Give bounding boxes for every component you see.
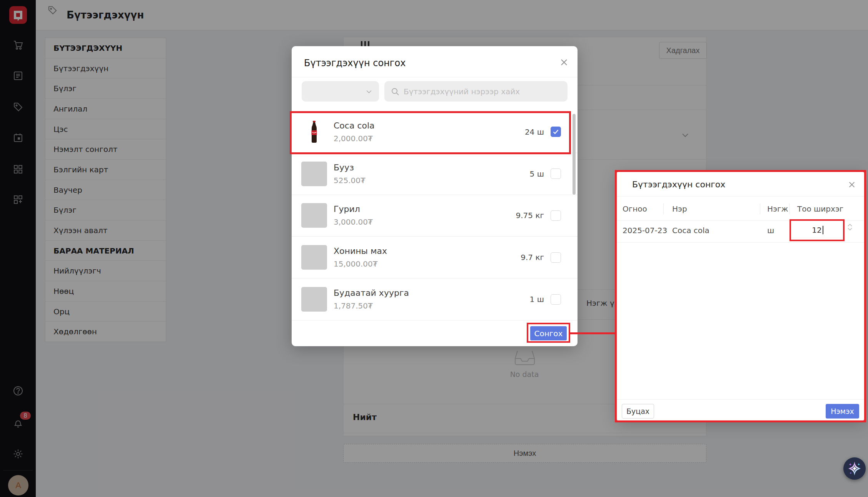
modal-footer: Сонгох	[292, 320, 578, 347]
product-image	[301, 245, 327, 270]
cell-unit: ш	[767, 226, 774, 235]
number-stepper[interactable]	[848, 223, 852, 231]
product-list: Coca cola 2,000.00₮ 24 ш Бууз 525.00₮ 5 …	[292, 111, 578, 320]
product-qty: 5 ш	[530, 169, 544, 178]
category-dropdown[interactable]	[302, 81, 379, 102]
product-name: Бууз	[334, 163, 366, 172]
modal-title: Бүтээгдэхүүн сонгох	[304, 58, 406, 68]
quantity-input[interactable]: 12	[793, 222, 843, 238]
product-text: Coca cola 2,000.00₮	[334, 121, 375, 143]
close-icon[interactable]	[848, 180, 858, 190]
product-text: Хонины мах 15,000.00₮	[334, 246, 387, 269]
column-header-date: Огноо	[623, 204, 647, 213]
app-root: 8 A Бүтээгдэхүүн БҮТЭЭГДЭХҮҮН Бүтээгдэхү…	[0, 0, 868, 497]
column-header-unit: Нэгж	[767, 204, 788, 213]
product-image	[301, 162, 327, 186]
product-name: Coca cola	[334, 121, 375, 130]
product-checkbox[interactable]	[551, 294, 561, 305]
product-row-coca-cola[interactable]: Coca cola 2,000.00₮ 24 ш	[292, 111, 578, 153]
product-image	[301, 120, 327, 144]
column-separator	[789, 203, 790, 214]
search-icon	[391, 87, 400, 96]
column-header-qty: Тоо ширхэг	[797, 204, 843, 213]
product-name: Хонины мах	[334, 246, 387, 256]
product-row-guril[interactable]: Гурил 3,000.00₮ 9.75 кг	[292, 195, 578, 237]
column-separator	[760, 203, 760, 214]
product-qty: 9.75 кг	[516, 211, 544, 220]
close-icon[interactable]	[559, 57, 570, 68]
product-row-honiny-mah[interactable]: Хонины мах 15,000.00₮ 9.7 кг	[292, 237, 578, 279]
sparkle-icon	[846, 460, 863, 477]
product-checkbox[interactable]	[551, 252, 561, 263]
product-price: 3,000.00₮	[334, 217, 373, 227]
product-checkbox[interactable]	[551, 127, 561, 137]
product-image	[301, 203, 327, 228]
add-button[interactable]: Нэмэх	[826, 404, 859, 419]
divider	[292, 77, 578, 77]
chevron-down-icon	[365, 88, 373, 95]
ai-assistant-button[interactable]	[843, 457, 866, 480]
product-qty: 9.7 кг	[521, 253, 544, 262]
back-button[interactable]: Буцах	[622, 404, 654, 419]
search-input[interactable]: Бүтээгдэхүүний нэрээр хайх	[384, 81, 568, 102]
product-row-budaatai-huurga[interactable]: Будаатай хуурга 1,787.50₮ 1 ш	[292, 279, 578, 320]
product-image	[301, 287, 327, 312]
scrollbar-thumb[interactable]	[573, 114, 576, 195]
product-qty: 1 ш	[530, 295, 544, 304]
product-name: Будаатай хуурга	[334, 288, 409, 298]
text-caret	[823, 226, 823, 234]
quantity-modal: Бүтээгдэхүүн сонгох Огноо Нэр Нэгж Тоо ш…	[617, 172, 864, 420]
quantity-value: 12	[812, 225, 821, 235]
check-icon	[553, 128, 559, 135]
product-select-modal: Бүтээгдэхүүн сонгох Бүтээгдэхүүний нэрээ…	[292, 46, 578, 346]
cell-date: 2025-07-23	[623, 226, 667, 235]
divider	[617, 399, 864, 400]
product-qty: 24 ш	[525, 127, 544, 137]
cola-bottle-image	[310, 121, 318, 143]
product-row-buuz[interactable]: Бууз 525.00₮ 5 ш	[292, 153, 578, 195]
product-checkbox[interactable]	[551, 168, 561, 179]
column-header-name: Нэр	[672, 204, 687, 213]
product-text: Гурил 3,000.00₮	[334, 204, 373, 227]
column-separator	[663, 203, 664, 214]
product-text: Бууз 525.00₮	[334, 163, 366, 185]
product-checkbox[interactable]	[551, 210, 561, 221]
stepper-up-icon	[848, 223, 852, 227]
stepper-down-icon	[848, 228, 852, 231]
product-price: 525.00₮	[334, 176, 366, 185]
divider	[617, 196, 864, 197]
product-name: Гурил	[334, 204, 373, 214]
divider	[617, 242, 864, 243]
product-price: 1,787.50₮	[334, 301, 409, 310]
product-price: 15,000.00₮	[334, 259, 387, 269]
search-placeholder: Бүтээгдэхүүний нэрээр хайх	[404, 87, 520, 96]
cell-name: Coca cola	[672, 226, 709, 235]
select-button[interactable]: Сонгох	[530, 326, 567, 340]
divider	[617, 220, 864, 221]
modal-title: Бүтээгдэхүүн сонгох	[632, 180, 725, 189]
product-text: Будаатай хуурга 1,787.50₮	[334, 288, 409, 310]
product-price: 2,000.00₮	[334, 134, 375, 143]
